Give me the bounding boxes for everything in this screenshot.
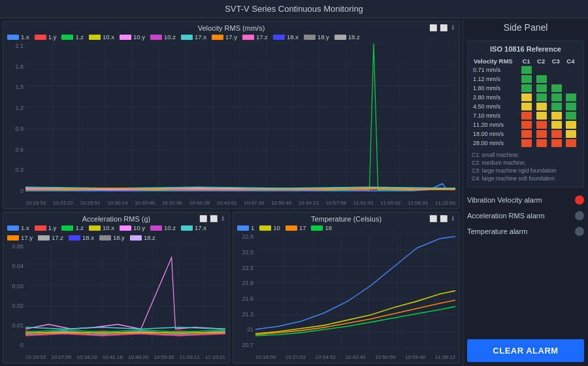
temp-expand-icon[interactable]: ⬜ xyxy=(440,215,448,222)
download-icon[interactable]: ⬇ xyxy=(450,24,455,31)
table-row: 4.50 mm/s xyxy=(472,102,580,111)
velocity-x-axis: 10:19:5310:23:2210:26:5110:30:1410:33:40… xyxy=(25,195,455,206)
accel-download-icon[interactable]: ⬇ xyxy=(220,215,225,222)
table-row: 0.71 mm/s xyxy=(472,65,580,75)
table-row: 7.10 mm/s xyxy=(472,111,580,120)
side-panel-title: Side Panel xyxy=(467,22,584,35)
vibration-alarm-row: Vibration Velocity alarm xyxy=(467,195,584,205)
side-panel: Side Panel ISO 10816 Reference Velocity … xyxy=(463,18,588,366)
table-row: 28.00 mm/s xyxy=(472,139,580,148)
iso-reference-box: ISO 10816 Reference Velocity RMS C1C2C3C… xyxy=(467,41,584,188)
iso-notes: C1: small machine; C2: medium machine; C… xyxy=(472,152,580,183)
iso-title: ISO 10816 Reference xyxy=(472,45,580,53)
velocity-chart-panel: Velocity RMS (mm/s) ⬜ ⬜ ⬇ 1.x 1.y 1.z 10… xyxy=(3,21,460,209)
accel-copy-icon[interactable]: ⬜ xyxy=(199,215,207,222)
velocity-y-axis: 2.11.81.51.20.90.60.30 xyxy=(7,42,25,194)
app-title: SVT-V Series Continuous Monitoring xyxy=(0,0,588,18)
acceleration-alarm-row: Acceleration RMS alarm xyxy=(467,211,584,220)
velocity-chart-area: 2.11.81.51.20.90.60.30 xyxy=(7,42,455,206)
temp-legend: 1 10 17 18 xyxy=(237,224,455,231)
table-row: 1.80 mm/s xyxy=(472,84,580,93)
temp-x-axis: 10:18:5610:27:0210:34:5210:42:4010:50:50… xyxy=(255,350,455,360)
temp-chart-title: Temperature (Celsius) ⬜ ⬜ ⬇ xyxy=(237,215,455,223)
alarm-section: Vibration Velocity alarm Acceleration RM… xyxy=(467,195,584,339)
velocity-legend: 1.x 1.y 1.z 10.x 10.y 10.z 17.x 17.y 17.… xyxy=(7,33,455,41)
vibration-alarm-indicator xyxy=(575,195,584,205)
accel-y-axis: 0.050.040.030.020.010 xyxy=(7,243,25,348)
accel-chart-area: 0.050.040.030.020.010 xyxy=(7,243,225,360)
expand-icon[interactable]: ⬜ xyxy=(440,24,448,31)
table-row: 18.00 mm/s xyxy=(472,129,580,139)
accel-chart-panel: Acceleration RMS (g) ⬜ ⬜ ⬇ 1.x 1.y 1.z 1… xyxy=(3,212,230,363)
temperature-alarm-row: Temperature alarm xyxy=(467,227,584,236)
acceleration-alarm-label: Acceleration RMS alarm xyxy=(467,212,545,220)
table-row: 11.20 mm/s xyxy=(472,120,580,129)
temp-download-icon[interactable]: ⬇ xyxy=(450,215,455,222)
temp-chart-panel: Temperature (Celsius) ⬜ ⬜ ⬇ 1 10 17 18 xyxy=(233,212,460,363)
vibration-alarm-label: Vibration Velocity alarm xyxy=(467,196,542,204)
temp-y-axis: 22.822.522.221.921.621.32120.7 xyxy=(237,233,255,348)
temperature-alarm-label: Temperature alarm xyxy=(467,227,527,235)
temp-chart-area: 22.822.522.221.921.621.32120.7 xyxy=(237,233,455,360)
accel-legend: 1.x 1.y 1.z 10.x 10.y 10.z 17.x 17.y 17.… xyxy=(7,224,225,241)
acceleration-alarm-indicator xyxy=(575,211,584,220)
temperature-alarm-indicator xyxy=(575,227,584,236)
iso-table: Velocity RMS C1C2C3C4 0.71 mm/s 1.12 mm/… xyxy=(472,57,580,148)
accel-chart-title: Acceleration RMS (g) ⬜ ⬜ ⬇ xyxy=(7,215,225,223)
table-row: 1.12 mm/s xyxy=(472,75,580,84)
accel-expand-icon[interactable]: ⬜ xyxy=(210,215,218,222)
velocity-chart-title: Velocity RMS (mm/s) ⬜ ⬜ ⬇ xyxy=(7,24,455,32)
copy-icon[interactable]: ⬜ xyxy=(429,24,437,31)
clear-alarm-button[interactable]: CLEAR ALARM xyxy=(467,339,584,362)
accel-x-axis: 10:19:5310:27:0510:34:1010:41:1810:48:20… xyxy=(25,350,225,360)
table-row: 2.80 mm/s xyxy=(472,93,580,102)
temp-copy-icon[interactable]: ⬜ xyxy=(429,215,437,222)
